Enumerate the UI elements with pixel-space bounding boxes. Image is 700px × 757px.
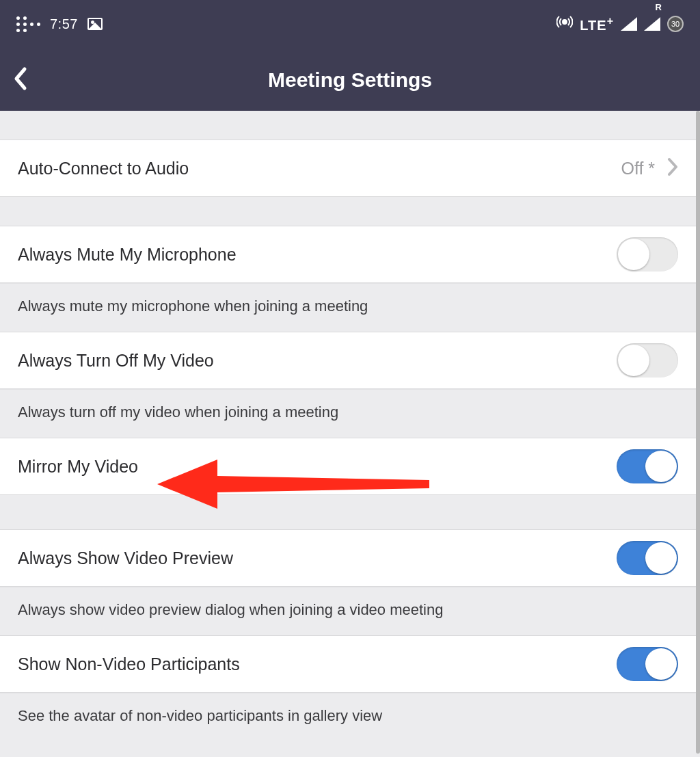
toggle-always-turn-off-video[interactable]: [617, 343, 678, 377]
row-description: Always show video preview dialog when jo…: [0, 587, 696, 635]
settings-list: Auto-Connect to Audio Off * Always Mute …: [0, 111, 696, 745]
row-show-non-video-participants[interactable]: Show Non-Video Participants: [0, 635, 696, 693]
lte-text: LTE: [580, 17, 606, 32]
scrollbar[interactable]: [696, 111, 700, 754]
row-always-turn-off-video[interactable]: Always Turn Off My Video: [0, 332, 696, 389]
back-button[interactable]: [12, 66, 27, 94]
row-description: Always mute my microphone when joining a…: [0, 283, 696, 332]
status-right: LTE+ R 30: [556, 14, 684, 34]
row-description: Always turn off my video when joining a …: [0, 389, 696, 438]
toggle-show-non-video-participants[interactable]: [617, 647, 678, 681]
toggle-mirror-my-video[interactable]: [617, 449, 678, 483]
chevron-right-icon: [667, 157, 678, 179]
section-spacer: [0, 197, 696, 226]
header: Meeting Settings: [0, 48, 700, 111]
row-label: Always Turn Off My Video: [18, 351, 214, 371]
lte-plus: +: [607, 15, 614, 27]
page-title: Meeting Settings: [0, 68, 700, 92]
battery-icon: 30: [667, 16, 684, 32]
blackberry-icon: [16, 16, 40, 32]
status-bar: 7:57 LTE+ R 30: [0, 0, 700, 48]
row-mirror-my-video[interactable]: Mirror My Video: [0, 438, 696, 495]
hotspot-icon: [556, 14, 573, 34]
toggle-always-mute-mic[interactable]: [617, 237, 678, 271]
row-always-mute-mic[interactable]: Always Mute My Microphone: [0, 226, 696, 283]
row-label: Always Show Video Preview: [18, 548, 233, 568]
signal-icon-1: [621, 17, 637, 31]
section-spacer: [0, 495, 696, 529]
row-auto-connect-audio[interactable]: Auto-Connect to Audio Off *: [0, 140, 696, 197]
lte-label: LTE+: [580, 15, 614, 34]
battery-value: 30: [671, 20, 679, 28]
svg-point-0: [563, 20, 567, 24]
row-label: Always Mute My Microphone: [18, 245, 237, 265]
row-label: Mirror My Video: [18, 457, 138, 477]
toggle-always-show-video-preview[interactable]: [617, 541, 678, 575]
picture-icon: [88, 18, 103, 30]
roaming-indicator: R: [656, 2, 662, 12]
status-left: 7:57: [16, 16, 103, 32]
status-clock: 7:57: [50, 16, 78, 32]
row-value: Off *: [621, 159, 655, 178]
row-description: See the avatar of non-video participants…: [0, 693, 696, 745]
row-always-show-video-preview[interactable]: Always Show Video Preview: [0, 529, 696, 587]
signal-icon-2: R: [644, 17, 660, 31]
row-label: Show Non-Video Participants: [18, 654, 240, 674]
row-label: Auto-Connect to Audio: [18, 159, 189, 178]
row-right: Off *: [621, 157, 678, 179]
section-spacer: [0, 111, 696, 140]
